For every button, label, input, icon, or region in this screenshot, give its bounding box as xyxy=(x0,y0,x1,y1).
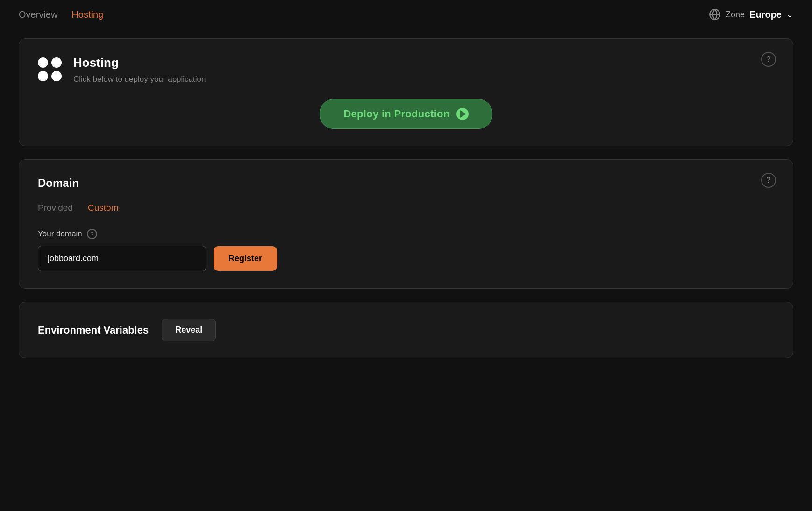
app-icon-dot-4 xyxy=(51,71,62,81)
domain-tabs: Provided Custom xyxy=(38,203,774,215)
domain-label-text: Your domain xyxy=(38,229,82,239)
top-navigation: Overview Hosting Zone Europe ⌄ xyxy=(0,0,812,29)
zone-value: Europe xyxy=(749,9,782,20)
domain-card: Domain ? Provided Custom Your domain ? R… xyxy=(19,159,793,289)
chevron-down-icon: ⌄ xyxy=(786,9,793,20)
deploy-production-button[interactable]: Deploy in Production xyxy=(320,99,492,129)
hosting-description: Click below to deploy your application xyxy=(73,75,206,84)
main-content: Hosting Click below to deploy your appli… xyxy=(0,29,812,390)
tab-provided[interactable]: Provided xyxy=(38,203,73,215)
play-triangle xyxy=(460,110,466,118)
deploy-button-container: Deploy in Production xyxy=(38,99,774,129)
hosting-header: Hosting Click below to deploy your appli… xyxy=(38,56,774,84)
domain-input-row: Register xyxy=(38,246,774,271)
deploy-button-label: Deploy in Production xyxy=(343,108,449,120)
nav-links: Overview Hosting xyxy=(19,9,103,20)
app-icon-dot-3 xyxy=(38,71,48,81)
tab-custom[interactable]: Custom xyxy=(88,203,118,215)
domain-field-help-icon[interactable]: ? xyxy=(87,229,97,239)
register-button[interactable]: Register xyxy=(214,246,277,271)
domain-label-row: Your domain ? xyxy=(38,229,774,239)
domain-header: Domain xyxy=(38,177,774,190)
nav-hosting[interactable]: Hosting xyxy=(71,9,103,20)
globe-icon xyxy=(709,8,721,21)
domain-help-button[interactable]: ? xyxy=(761,173,776,188)
app-icon-dot-2 xyxy=(51,57,62,68)
hosting-help-button[interactable]: ? xyxy=(761,52,776,67)
hosting-text: Hosting Click below to deploy your appli… xyxy=(73,56,206,84)
zone-label: Zone xyxy=(726,10,745,20)
hosting-card: Hosting Click below to deploy your appli… xyxy=(19,38,793,146)
domain-title: Domain xyxy=(38,177,774,190)
env-variables-card: Environment Variables Reveal xyxy=(19,302,793,358)
zone-selector[interactable]: Zone Europe ⌄ xyxy=(709,8,793,21)
domain-input[interactable] xyxy=(38,246,206,271)
env-variables-label: Environment Variables xyxy=(38,324,149,336)
app-icon xyxy=(38,57,62,82)
hosting-title: Hosting xyxy=(73,56,206,70)
app-icon-dot-1 xyxy=(38,57,48,68)
play-icon xyxy=(456,108,469,120)
reveal-button[interactable]: Reveal xyxy=(162,319,216,341)
nav-overview[interactable]: Overview xyxy=(19,9,57,20)
